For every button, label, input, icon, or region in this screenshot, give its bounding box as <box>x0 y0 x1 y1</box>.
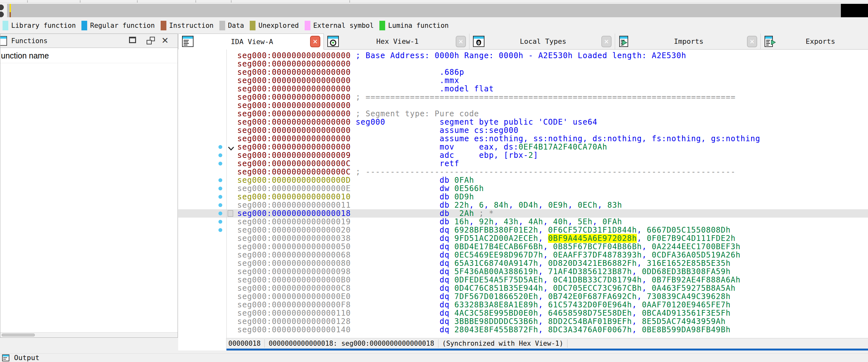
listing-address: seg000:0000000000000000 <box>237 101 351 110</box>
tab-bar: IDA View-A✕Hex View-1✕0Local Types✕Impor… <box>178 34 868 50</box>
legend-item: Data <box>219 21 244 30</box>
flow-dot <box>218 203 222 207</box>
legend-label: Data <box>228 22 244 29</box>
tab-hex-view-1[interactable]: Hex View-1✕ <box>324 34 469 49</box>
listing-code: dq 6928BFBB380F01E2h, 0F6CF57CD31F1D844h… <box>351 225 731 235</box>
legend-label: Unexplored <box>258 22 299 29</box>
listing-line[interactable]: seg000:0000000000000098 dq 5F436AB00A388… <box>178 267 868 276</box>
listing-line[interactable]: seg000:00000000000000B0 dq 0DFEDE54A5F75… <box>178 276 868 284</box>
listing-line[interactable]: seg000:000000000000000C ; --------------… <box>178 168 868 176</box>
listing-code: ; Segment type: Pure code <box>351 109 479 118</box>
listing-line[interactable]: seg000:0000000000000080 dq 65A31C68740A9… <box>178 259 868 267</box>
tab-ida-view-a[interactable]: IDA View-A✕ <box>178 34 324 50</box>
navigation-band[interactable] <box>0 3 868 18</box>
status-bar: 000000180000000000000018: seg000:0000000… <box>226 338 868 349</box>
functions-panel-titlebar[interactable]: Functions ✕ <box>0 34 178 48</box>
listing-line[interactable]: seg000:0000000000000011 db 22h, 6, 84h, … <box>178 201 868 209</box>
listing-line[interactable]: seg000:0000000000000000 seg000 segment b… <box>178 118 868 126</box>
legend-item: Regular function <box>82 21 155 30</box>
listing-line[interactable]: seg000:00000000000000E0 dq 7DF567D018665… <box>178 292 868 301</box>
listing-code: ; ======================================… <box>351 93 736 101</box>
listing-address: seg000:000000000000000C <box>237 159 351 168</box>
listing-line[interactable]: seg000:0000000000000000 <box>178 101 868 110</box>
close-tab-button[interactable]: ✕ <box>310 36 320 47</box>
maximize-button[interactable] <box>129 37 136 43</box>
listing-address: seg000:0000000000000098 <box>237 267 351 276</box>
listing-code: .model flat <box>351 84 494 93</box>
function-name-column-header[interactable]: unction name <box>0 48 178 63</box>
disassembly-listing[interactable]: seg000:0000000000000000 ; Base Address: … <box>178 50 868 338</box>
listing-code: seg000 segment byte public 'CODE' use64 <box>351 118 597 126</box>
listing-code: .686p <box>351 68 464 77</box>
toolbar-separator <box>349 0 350 3</box>
listing-line[interactable]: seg000:00000000000000F8 dq 63328B3A8E8A1… <box>178 301 868 309</box>
toolbar-separator <box>80 0 81 3</box>
close-panel-button[interactable]: ✕ <box>161 37 168 44</box>
legend-item: Library function <box>3 21 76 30</box>
tab-exports[interactable]: Exports <box>761 34 868 49</box>
progress-strip <box>226 349 868 351</box>
listing-line[interactable]: seg000:0000000000000000 ; ==============… <box>178 93 868 101</box>
listing-line[interactable]: seg000:0000000000000000 <box>178 60 868 68</box>
listing-address: seg000:0000000000000068 <box>237 250 351 260</box>
float-window-button[interactable] <box>147 37 155 44</box>
listing-code: dq 65A31C68740A9147h, 0D820D3421EB6882Fh… <box>351 259 731 268</box>
listing-address: seg000:000000000000000E <box>237 184 351 193</box>
listing-line[interactable]: seg000:0000000000000140 dq 28043E8F455B8… <box>178 326 868 334</box>
output-dock-header[interactable]: Output <box>0 354 868 362</box>
listing-line[interactable]: seg000:0000000000000018 db 2Ah ; * <box>178 209 868 218</box>
listing-address: seg000:0000000000000110 <box>237 309 351 318</box>
listing-address: seg000:00000000000000C8 <box>237 284 351 293</box>
listing-line[interactable]: seg000:0000000000000000 assume cs:seg000 <box>178 126 868 134</box>
functions-list[interactable] <box>0 64 178 332</box>
listing-address: seg000:0000000000000000 <box>237 134 351 143</box>
legend-swatch <box>305 21 310 30</box>
toolbar-strip <box>0 0 868 3</box>
listing-address: seg000:0000000000000000 <box>237 109 351 118</box>
listing-line[interactable]: seg000:0000000000000068 dq 0EC5469EE98D9… <box>178 251 868 259</box>
listing-address: seg000:0000000000000128 <box>237 317 351 326</box>
tab-local-types[interactable]: 0Local Types✕ <box>469 34 615 49</box>
tab-imports[interactable]: Imports✕ <box>615 34 761 49</box>
listing-line[interactable]: seg000:0000000000000019 db 16h, 92h, 43h… <box>178 218 868 226</box>
listing-line[interactable]: seg000:0000000000000000 mov eax, ds:0EF4… <box>178 143 868 151</box>
listing-address: seg000:00000000000000E0 <box>237 292 351 301</box>
legend-item: Lumina function <box>379 21 449 30</box>
listing-line[interactable]: seg000:0000000000000050 dq 0BD4E17B4ECAB… <box>178 242 868 251</box>
listing-line[interactable]: seg000:0000000000000000 .model flat <box>178 85 868 93</box>
listing-line[interactable]: seg000:00000000000000C8 dq 0D4C76C851B35… <box>178 284 868 292</box>
listing-line[interactable]: seg000:0000000000000010 db 0D9h <box>178 193 868 201</box>
listing-line[interactable]: seg000:000000000000000C retf <box>178 159 868 168</box>
horizontal-scrollbar[interactable] <box>0 332 178 337</box>
listing-line[interactable]: seg000:000000000000000D db 0FAh <box>178 176 868 184</box>
listing-line[interactable]: seg000:0000000000000000 .mmx <box>178 77 868 85</box>
scrollbar-thumb[interactable] <box>2 334 35 336</box>
close-tab-button[interactable]: ✕ <box>601 36 612 47</box>
listing-line[interactable]: seg000:0000000000000009 adc ebp, [rbx-2] <box>178 151 868 159</box>
listing-line[interactable]: seg000:0000000000000020 dq 6928BFBB380F0… <box>178 226 868 234</box>
legend-swatch <box>3 21 8 30</box>
local-types-icon: 0 <box>473 35 485 48</box>
listing-line[interactable]: seg000:0000000000000110 dq 4AC3C58E995BD… <box>178 309 868 317</box>
navband-track[interactable] <box>7 4 841 17</box>
legend-swatch <box>379 21 385 30</box>
legend-bar: Library functionRegular functionInstruct… <box>0 19 868 33</box>
listing-line[interactable]: seg000:0000000000000000 assume es:nothin… <box>178 134 868 143</box>
listing-code: retf <box>351 159 459 168</box>
disassembly-pane: IDA View-A✕Hex View-1✕0Local Types✕Impor… <box>178 34 868 351</box>
listing-line[interactable]: seg000:000000000000000E dw 0E566h <box>178 184 868 193</box>
legend-label: Library function <box>11 22 76 29</box>
flow-dot <box>218 178 222 182</box>
listing-line[interactable]: seg000:0000000000000000 ; Base Address: … <box>178 52 868 60</box>
listing-code: assume cs:seg000 <box>351 126 518 135</box>
legend-item: Instruction <box>161 21 214 30</box>
listing-line[interactable]: seg000:0000000000000128 dq 3BBBE98DDDDC5… <box>178 317 868 326</box>
listing-line[interactable]: seg000:0000000000000000 ; Segment type: … <box>178 110 868 118</box>
listing-line[interactable]: seg000:0000000000000000 .686p <box>178 68 868 77</box>
listing-code: dq 28043E8F455B872Fh, 8DC3A3476A0F0067h,… <box>351 325 731 334</box>
close-tab-button[interactable]: ✕ <box>456 36 466 47</box>
listing-line[interactable]: seg000:0000000000000038 dq 9FD51AC2D00A2… <box>178 234 868 242</box>
window-icon <box>0 36 7 47</box>
close-tab-button[interactable]: ✕ <box>747 36 757 47</box>
output-window-icon <box>2 354 9 362</box>
